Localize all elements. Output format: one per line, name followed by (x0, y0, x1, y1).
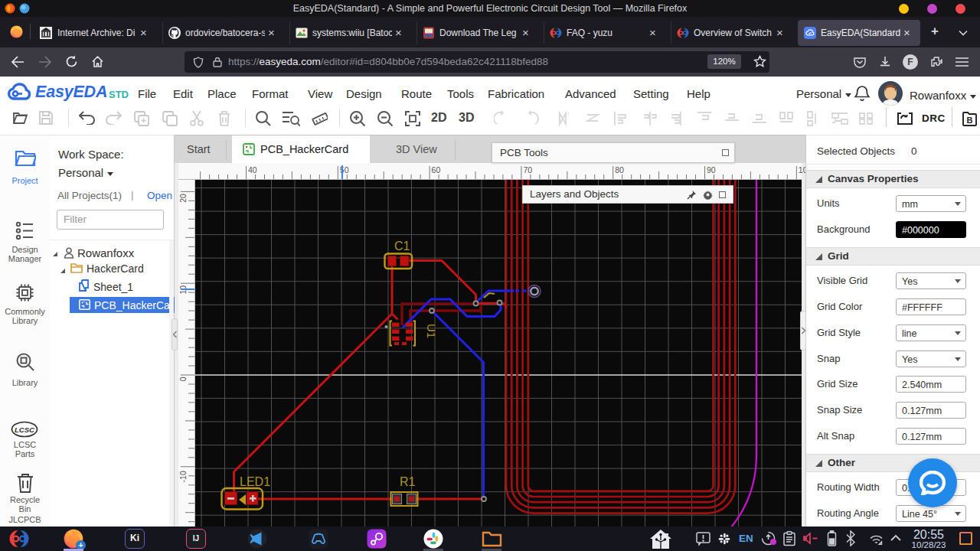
svg-text:60: 60 (432, 165, 441, 174)
svg-text:50: 50 (340, 165, 349, 174)
svg-text:LED1: LED1 (240, 475, 270, 488)
svg-text:20: 20 (178, 194, 188, 203)
svg-text:0: 0 (178, 377, 188, 381)
svg-text:80: 80 (615, 165, 624, 174)
svg-text:100: 100 (799, 165, 805, 174)
svg-text:C1: C1 (394, 240, 410, 253)
svg-text:LCSC: LCSC (15, 425, 34, 434)
svg-text:70: 70 (523, 165, 532, 174)
svg-text:-10: -10 (178, 471, 188, 482)
svg-text:90: 90 (707, 165, 716, 174)
svg-text:B: B (967, 116, 973, 125)
svg-text:40: 40 (248, 165, 257, 174)
svg-text:R1: R1 (400, 475, 416, 488)
svg-text:U1: U1 (425, 324, 438, 338)
